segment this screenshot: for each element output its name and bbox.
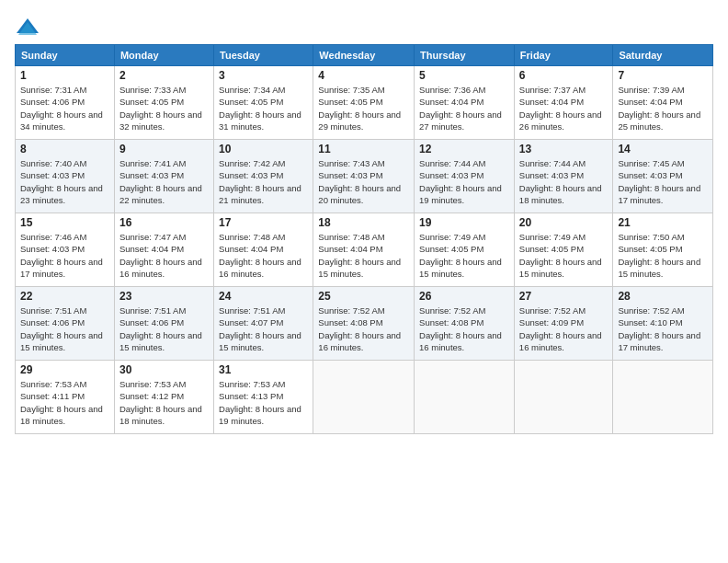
day-info: Sunrise: 7:45 AMSunset: 4:03 PMDaylight:…	[618, 158, 700, 205]
calendar-week-row: 22 Sunrise: 7:51 AMSunset: 4:06 PMDaylig…	[16, 287, 713, 361]
calendar-table: SundayMondayTuesdayWednesdayThursdayFrid…	[15, 44, 713, 434]
day-info: Sunrise: 7:44 AMSunset: 4:03 PMDaylight:…	[419, 158, 502, 205]
day-info: Sunrise: 7:42 AMSunset: 4:03 PMDaylight:…	[219, 158, 301, 205]
day-info: Sunrise: 7:49 AMSunset: 4:05 PMDaylight:…	[419, 232, 502, 279]
day-info: Sunrise: 7:49 AMSunset: 4:05 PMDaylight:…	[519, 232, 602, 279]
calendar-cell: 6 Sunrise: 7:37 AMSunset: 4:04 PMDayligh…	[514, 66, 613, 140]
weekday-header: Friday	[514, 45, 613, 66]
day-info: Sunrise: 7:53 AMSunset: 4:12 PMDaylight:…	[119, 379, 202, 426]
calendar-cell: 4 Sunrise: 7:35 AMSunset: 4:05 PMDayligh…	[313, 66, 415, 140]
calendar-cell: 8 Sunrise: 7:40 AMSunset: 4:03 PMDayligh…	[16, 140, 115, 213]
day-number: 11	[318, 143, 409, 155]
day-info: Sunrise: 7:53 AMSunset: 4:13 PMDaylight:…	[219, 379, 301, 426]
weekday-header: Saturday	[613, 45, 713, 66]
day-number: 13	[519, 143, 609, 155]
calendar-cell: 26 Sunrise: 7:52 AMSunset: 4:08 PMDaylig…	[415, 287, 515, 361]
calendar-cell: 12 Sunrise: 7:44 AMSunset: 4:03 PMDaylig…	[415, 140, 515, 213]
calendar-cell: 11 Sunrise: 7:43 AMSunset: 4:03 PMDaylig…	[313, 140, 415, 213]
day-number: 31	[219, 363, 308, 376]
day-number: 9	[119, 143, 209, 155]
calendar-cell: 19 Sunrise: 7:49 AMSunset: 4:05 PMDaylig…	[415, 213, 515, 287]
day-number: 6	[519, 69, 609, 82]
day-info: Sunrise: 7:36 AMSunset: 4:04 PMDaylight:…	[419, 85, 502, 132]
day-info: Sunrise: 7:31 AMSunset: 4:06 PMDaylight:…	[20, 85, 103, 132]
day-info: Sunrise: 7:35 AMSunset: 4:05 PMDaylight:…	[318, 85, 401, 132]
day-info: Sunrise: 7:43 AMSunset: 4:03 PMDaylight:…	[318, 158, 401, 205]
header	[15, 11, 713, 40]
day-number: 19	[419, 216, 509, 229]
weekday-header: Tuesday	[214, 45, 313, 66]
calendar-cell: 27 Sunrise: 7:52 AMSunset: 4:09 PMDaylig…	[514, 287, 613, 361]
day-number: 21	[618, 216, 708, 229]
calendar-cell: 24 Sunrise: 7:51 AMSunset: 4:07 PMDaylig…	[214, 287, 313, 361]
day-number: 22	[20, 290, 109, 303]
day-number: 1	[20, 69, 109, 82]
day-info: Sunrise: 7:39 AMSunset: 4:04 PMDaylight:…	[618, 85, 700, 132]
calendar-cell: 28 Sunrise: 7:52 AMSunset: 4:10 PMDaylig…	[613, 287, 713, 361]
day-info: Sunrise: 7:48 AMSunset: 4:04 PMDaylight:…	[318, 232, 401, 279]
calendar-cell: 2 Sunrise: 7:33 AMSunset: 4:05 PMDayligh…	[114, 66, 213, 140]
day-info: Sunrise: 7:34 AMSunset: 4:05 PMDaylight:…	[219, 85, 301, 132]
day-number: 27	[519, 290, 609, 303]
day-info: Sunrise: 7:44 AMSunset: 4:03 PMDaylight:…	[519, 158, 602, 205]
calendar-cell: 21 Sunrise: 7:50 AMSunset: 4:05 PMDaylig…	[613, 213, 713, 287]
day-number: 16	[119, 216, 209, 229]
day-number: 8	[20, 143, 109, 155]
calendar-week-row: 1 Sunrise: 7:31 AMSunset: 4:06 PMDayligh…	[16, 66, 713, 140]
day-info: Sunrise: 7:52 AMSunset: 4:08 PMDaylight:…	[419, 305, 502, 352]
day-info: Sunrise: 7:50 AMSunset: 4:05 PMDaylight:…	[618, 232, 700, 279]
calendar-cell: 16 Sunrise: 7:47 AMSunset: 4:04 PMDaylig…	[114, 213, 213, 287]
day-info: Sunrise: 7:53 AMSunset: 4:11 PMDaylight:…	[20, 379, 103, 426]
calendar-cell: 1 Sunrise: 7:31 AMSunset: 4:06 PMDayligh…	[16, 66, 115, 140]
calendar-cell: 31 Sunrise: 7:53 AMSunset: 4:13 PMDaylig…	[214, 361, 313, 434]
day-number: 3	[219, 69, 308, 82]
day-number: 28	[618, 290, 708, 303]
day-info: Sunrise: 7:41 AMSunset: 4:03 PMDaylight:…	[119, 158, 202, 205]
day-info: Sunrise: 7:52 AMSunset: 4:10 PMDaylight:…	[618, 305, 700, 352]
day-info: Sunrise: 7:51 AMSunset: 4:06 PMDaylight:…	[119, 305, 202, 352]
day-number: 17	[219, 216, 308, 229]
calendar-cell: 15 Sunrise: 7:46 AMSunset: 4:03 PMDaylig…	[16, 213, 115, 287]
calendar-cell: 30 Sunrise: 7:53 AMSunset: 4:12 PMDaylig…	[114, 361, 213, 434]
day-number: 12	[419, 143, 509, 155]
calendar-cell	[415, 361, 515, 434]
day-number: 5	[419, 69, 509, 82]
calendar-cell: 5 Sunrise: 7:36 AMSunset: 4:04 PMDayligh…	[415, 66, 515, 140]
day-info: Sunrise: 7:48 AMSunset: 4:04 PMDaylight:…	[219, 232, 301, 279]
day-info: Sunrise: 7:52 AMSunset: 4:09 PMDaylight:…	[519, 305, 602, 352]
calendar-cell: 22 Sunrise: 7:51 AMSunset: 4:06 PMDaylig…	[16, 287, 115, 361]
day-info: Sunrise: 7:33 AMSunset: 4:05 PMDaylight:…	[119, 85, 202, 132]
calendar-cell: 17 Sunrise: 7:48 AMSunset: 4:04 PMDaylig…	[214, 213, 313, 287]
day-number: 29	[20, 363, 109, 376]
day-number: 7	[618, 69, 708, 82]
day-number: 23	[119, 290, 209, 303]
calendar-cell: 25 Sunrise: 7:52 AMSunset: 4:08 PMDaylig…	[313, 287, 415, 361]
calendar-container: SundayMondayTuesdayWednesdayThursdayFrid…	[0, 0, 728, 442]
day-number: 15	[20, 216, 109, 229]
logo	[15, 15, 44, 40]
day-number: 4	[318, 69, 409, 82]
day-number: 26	[419, 290, 509, 303]
day-number: 18	[318, 216, 409, 229]
day-number: 14	[618, 143, 708, 155]
calendar-cell: 10 Sunrise: 7:42 AMSunset: 4:03 PMDaylig…	[214, 140, 313, 213]
weekday-header: Wednesday	[313, 45, 415, 66]
calendar-cell: 9 Sunrise: 7:41 AMSunset: 4:03 PMDayligh…	[114, 140, 213, 213]
calendar-cell: 20 Sunrise: 7:49 AMSunset: 4:05 PMDaylig…	[514, 213, 613, 287]
calendar-cell: 18 Sunrise: 7:48 AMSunset: 4:04 PMDaylig…	[313, 213, 415, 287]
weekday-header: Monday	[114, 45, 213, 66]
weekday-header: Sunday	[16, 45, 115, 66]
day-info: Sunrise: 7:51 AMSunset: 4:06 PMDaylight:…	[20, 305, 103, 352]
day-info: Sunrise: 7:37 AMSunset: 4:04 PMDaylight:…	[519, 85, 602, 132]
weekday-header: Thursday	[415, 45, 515, 66]
logo-icon	[15, 15, 40, 40]
weekday-header-row: SundayMondayTuesdayWednesdayThursdayFrid…	[16, 45, 713, 66]
calendar-cell: 7 Sunrise: 7:39 AMSunset: 4:04 PMDayligh…	[613, 66, 713, 140]
day-info: Sunrise: 7:52 AMSunset: 4:08 PMDaylight:…	[318, 305, 401, 352]
calendar-cell: 13 Sunrise: 7:44 AMSunset: 4:03 PMDaylig…	[514, 140, 613, 213]
day-info: Sunrise: 7:40 AMSunset: 4:03 PMDaylight:…	[20, 158, 103, 205]
calendar-week-row: 8 Sunrise: 7:40 AMSunset: 4:03 PMDayligh…	[16, 140, 713, 213]
day-number: 20	[519, 216, 609, 229]
calendar-cell: 23 Sunrise: 7:51 AMSunset: 4:06 PMDaylig…	[114, 287, 213, 361]
day-number: 2	[119, 69, 209, 82]
